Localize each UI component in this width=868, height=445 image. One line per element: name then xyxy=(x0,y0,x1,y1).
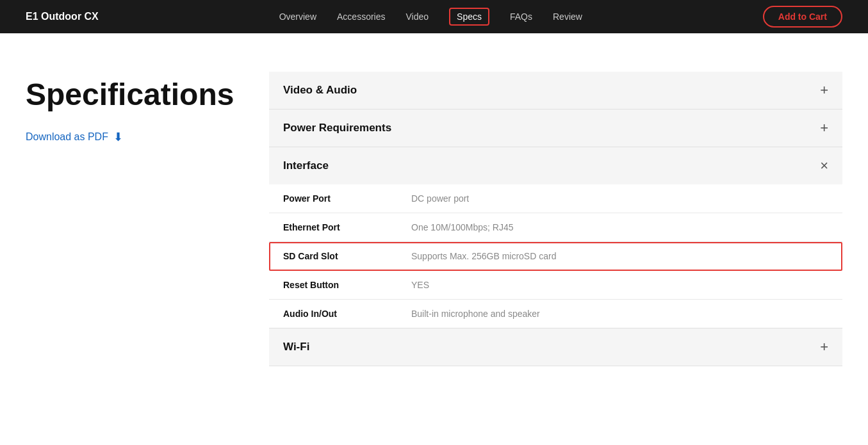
add-to-cart-button[interactable]: Add to Cart xyxy=(763,6,842,28)
plus-icon: + xyxy=(820,340,828,354)
download-icon: ⬇ xyxy=(113,130,123,144)
accordion-video-audio: Video & Audio+ xyxy=(269,72,842,109)
spec-row: Audio In/OutBuilt-in microphone and spea… xyxy=(269,300,842,328)
spec-value: One 10M/100Mbps; RJ45 xyxy=(411,222,514,232)
nav-link-accessories[interactable]: Accessories xyxy=(337,12,385,22)
plus-icon: + xyxy=(820,121,828,135)
page-title: Specifications xyxy=(26,78,231,112)
spec-value: Supports Max. 256GB microSD card xyxy=(411,251,556,261)
left-panel: Specifications Download as PDF ⬇ xyxy=(26,72,231,366)
download-label: Download as PDF xyxy=(26,131,108,143)
accordion-title-wifi: Wi-Fi xyxy=(283,341,309,353)
right-panel: Video & Audio+Power Requirements+Interfa… xyxy=(269,72,842,366)
spec-row: Reset ButtonYES xyxy=(269,271,842,300)
spec-label: Power Port xyxy=(283,193,411,204)
spec-label: Ethernet Port xyxy=(283,222,411,232)
accordion-header-power-requirements[interactable]: Power Requirements+ xyxy=(269,109,842,147)
spec-value: YES xyxy=(411,280,429,290)
accordion-title-interface: Interface xyxy=(283,159,329,172)
accordion-header-wifi[interactable]: Wi-Fi+ xyxy=(269,328,842,366)
accordion-title-power-requirements: Power Requirements xyxy=(283,122,391,134)
navbar: E1 Outdoor CX OverviewAccessoriesVideoSp… xyxy=(0,0,868,33)
accordion-interface: Interface×Power PortDC power portEtherne… xyxy=(269,147,842,328)
spec-value: DC power port xyxy=(411,193,469,204)
brand-name: E1 Outdoor CX xyxy=(26,11,99,22)
spec-label: Audio In/Out xyxy=(283,309,411,319)
spec-label: SD Card Slot xyxy=(283,251,411,261)
nav-link-specs[interactable]: Specs xyxy=(449,8,489,26)
nav-links: OverviewAccessoriesVideoSpecsFAQsReview xyxy=(279,11,582,22)
plus-icon: + xyxy=(820,83,828,97)
accordion-body-interface: Power PortDC power portEthernet PortOne … xyxy=(269,184,842,328)
nav-link-review[interactable]: Review xyxy=(553,12,582,22)
accordion-header-video-audio[interactable]: Video & Audio+ xyxy=(269,72,842,109)
page-content: Specifications Download as PDF ⬇ Video &… xyxy=(0,33,868,392)
nav-link-overview[interactable]: Overview xyxy=(279,12,316,22)
spec-row: Power PortDC power port xyxy=(269,184,842,213)
download-pdf-link[interactable]: Download as PDF ⬇ xyxy=(26,130,231,144)
accordion-wifi: Wi-Fi+ xyxy=(269,328,842,366)
nav-link-video[interactable]: Video xyxy=(405,12,429,22)
accordion-header-interface[interactable]: Interface× xyxy=(269,147,842,184)
spec-label: Reset Button xyxy=(283,280,411,290)
spec-row: Ethernet PortOne 10M/100Mbps; RJ45 xyxy=(269,213,842,242)
close-icon: × xyxy=(820,159,828,173)
spec-row: SD Card SlotSupports Max. 256GB microSD … xyxy=(269,242,842,271)
spec-value: Built-in microphone and speaker xyxy=(411,309,540,319)
accordion-title-video-audio: Video & Audio xyxy=(283,84,357,97)
nav-link-faqs[interactable]: FAQs xyxy=(510,12,532,22)
accordion-power-requirements: Power Requirements+ xyxy=(269,109,842,147)
